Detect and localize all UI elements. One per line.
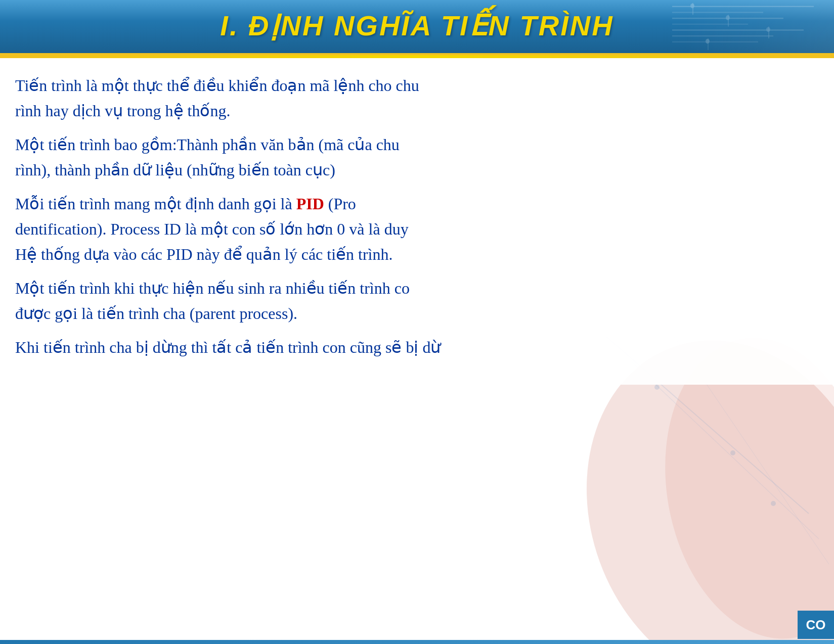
paragraph-2: Một tiến trình bao gồm:Thành phần văn bả… (15, 132, 804, 182)
paragraph-4: Một tiến trình khi thực hiện nếu sinh ra… (15, 276, 804, 326)
svg-rect-3 (672, 24, 748, 25)
svg-point-20 (654, 385, 660, 390)
svg-rect-4 (672, 29, 804, 30)
svg-rect-12 (728, 15, 729, 26)
svg-point-21 (730, 450, 735, 455)
paragraph-5: Khi tiến trình cha bị dừng thì tất cả ti… (15, 335, 804, 360)
svg-rect-1 (672, 12, 763, 13)
paragraph-1: Tiến trình là một thực thể điều khiển đo… (15, 73, 804, 123)
svg-rect-6 (672, 41, 758, 42)
header-banner: I. ĐỊNH NGHĨA TIẾN TRÌNH (0, 0, 834, 55)
svg-rect-5 (672, 35, 773, 36)
header-circuit-decoration (667, 0, 829, 53)
pid-highlight: PID (296, 195, 324, 213)
svg-rect-14 (708, 38, 709, 50)
svg-rect-13 (768, 27, 769, 38)
svg-rect-11 (692, 3, 693, 15)
paragraph-3: Mỗi tiến trình mang một định danh gọi là… (15, 192, 804, 267)
yellow-separator (0, 55, 834, 58)
co-badge: CO (798, 611, 834, 639)
bottom-bar (0, 640, 834, 644)
main-content: Tiến trình là một thực thể điều khiển đo… (0, 58, 834, 385)
svg-point-22 (771, 501, 776, 506)
svg-line-18 (632, 362, 819, 539)
